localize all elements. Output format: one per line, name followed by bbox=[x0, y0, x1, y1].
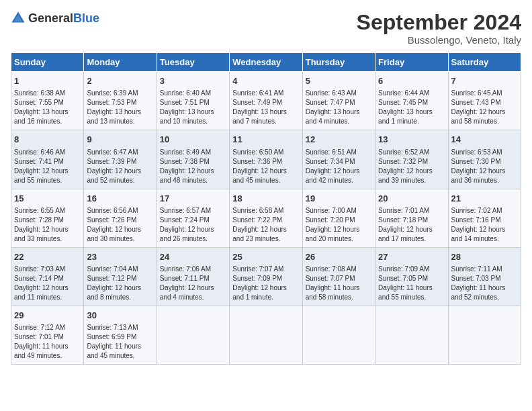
sunrise-text: Sunrise: 7:08 AM bbox=[306, 265, 357, 273]
sunrise-text: Sunrise: 7:02 AM bbox=[451, 207, 502, 214]
day-number: 3 bbox=[160, 75, 226, 87]
calendar-cell: 16Sunrise: 6:56 AMSunset: 7:26 PMDayligh… bbox=[84, 189, 157, 247]
day-of-week-header: Wednesday bbox=[230, 53, 302, 72]
daylight-text: Daylight: 13 hours and 16 minutes. bbox=[14, 108, 69, 125]
daylight-text: Daylight: 12 hours and 8 minutes. bbox=[87, 284, 141, 301]
calendar-cell: 10Sunrise: 6:49 AMSunset: 7:38 PMDayligh… bbox=[157, 130, 229, 189]
header-row: SundayMondayTuesdayWednesdayThursdayFrid… bbox=[11, 53, 521, 72]
sunset-text: Sunset: 7:09 PM bbox=[232, 275, 282, 282]
sunset-text: Sunset: 7:45 PM bbox=[378, 99, 428, 106]
sunset-text: Sunset: 7:47 PM bbox=[306, 99, 355, 106]
day-number: 12 bbox=[306, 134, 372, 146]
calendar-cell: 1Sunrise: 6:38 AMSunset: 7:55 PMDaylight… bbox=[11, 72, 84, 130]
calendar-cell: 28Sunrise: 7:11 AMSunset: 7:03 PMDayligh… bbox=[448, 247, 521, 306]
calendar-cell: 11Sunrise: 6:50 AMSunset: 7:36 PMDayligh… bbox=[230, 130, 302, 189]
sunset-text: Sunset: 7:41 PM bbox=[14, 158, 64, 165]
sunset-text: Sunset: 6:59 PM bbox=[87, 333, 136, 340]
daylight-text: Daylight: 12 hours and 48 minutes. bbox=[160, 167, 214, 184]
sunset-text: Sunset: 7:20 PM bbox=[306, 216, 355, 224]
day-of-week-header: Saturday bbox=[448, 53, 521, 72]
day-number: 16 bbox=[87, 193, 153, 205]
sunrise-text: Sunrise: 6:58 AM bbox=[232, 207, 283, 214]
sunset-text: Sunset: 7:24 PM bbox=[160, 216, 210, 224]
sunset-text: Sunset: 7:30 PM bbox=[451, 158, 501, 165]
calendar-cell: 23Sunrise: 7:04 AMSunset: 7:12 PMDayligh… bbox=[84, 247, 157, 306]
sunset-text: Sunset: 7:14 PM bbox=[14, 275, 64, 282]
daylight-text: Daylight: 13 hours and 13 minutes. bbox=[87, 108, 141, 125]
day-number: 2 bbox=[87, 75, 153, 87]
daylight-text: Daylight: 11 hours and 49 minutes. bbox=[14, 342, 69, 359]
calendar-cell: 29Sunrise: 7:12 AMSunset: 7:01 PMDayligh… bbox=[11, 306, 84, 364]
sunrise-text: Sunrise: 7:12 AM bbox=[14, 324, 65, 331]
day-number: 27 bbox=[378, 251, 445, 263]
sunrise-text: Sunrise: 6:45 AM bbox=[451, 89, 502, 97]
calendar-cell: 3Sunrise: 6:40 AMSunset: 7:51 PMDaylight… bbox=[157, 72, 229, 130]
calendar-cell bbox=[375, 306, 448, 364]
sunset-text: Sunset: 7:18 PM bbox=[378, 216, 428, 224]
sunrise-text: Sunrise: 6:55 AM bbox=[14, 207, 65, 214]
sunrise-text: Sunrise: 6:47 AM bbox=[87, 148, 138, 156]
calendar-cell bbox=[230, 306, 302, 364]
day-number: 4 bbox=[232, 75, 299, 87]
day-of-week-header: Tuesday bbox=[157, 53, 229, 72]
calendar-cell bbox=[157, 306, 229, 364]
calendar-cell: 14Sunrise: 6:53 AMSunset: 7:30 PMDayligh… bbox=[448, 130, 521, 189]
daylight-text: Daylight: 13 hours and 1 minute. bbox=[378, 108, 433, 125]
day-number: 24 bbox=[160, 251, 226, 263]
sunset-text: Sunset: 7:39 PM bbox=[87, 158, 136, 165]
day-number: 15 bbox=[14, 193, 81, 205]
calendar-cell bbox=[302, 306, 375, 364]
calendar-week-row: 29Sunrise: 7:12 AMSunset: 7:01 PMDayligh… bbox=[11, 306, 521, 364]
calendar-header: SundayMondayTuesdayWednesdayThursdayFrid… bbox=[11, 53, 521, 72]
daylight-text: Daylight: 12 hours and 55 minutes. bbox=[14, 167, 69, 184]
day-number: 20 bbox=[378, 193, 445, 205]
daylight-text: Daylight: 12 hours and 23 minutes. bbox=[232, 226, 287, 242]
calendar-cell: 22Sunrise: 7:03 AMSunset: 7:14 PMDayligh… bbox=[11, 247, 84, 306]
sunset-text: Sunset: 7:28 PM bbox=[14, 216, 64, 224]
sunset-text: Sunset: 7:36 PM bbox=[232, 158, 282, 165]
location-subtitle: Bussolengo, Veneto, Italy bbox=[357, 34, 521, 46]
daylight-text: Daylight: 11 hours and 45 minutes. bbox=[87, 342, 141, 359]
calendar-cell: 2Sunrise: 6:39 AMSunset: 7:53 PMDaylight… bbox=[84, 72, 157, 130]
calendar-cell: 12Sunrise: 6:51 AMSunset: 7:34 PMDayligh… bbox=[302, 130, 375, 189]
day-number: 6 bbox=[378, 75, 445, 87]
sunrise-text: Sunrise: 6:52 AM bbox=[378, 148, 429, 156]
sunrise-text: Sunrise: 6:40 AM bbox=[160, 89, 211, 97]
day-number: 5 bbox=[306, 75, 372, 87]
calendar-cell: 13Sunrise: 6:52 AMSunset: 7:32 PMDayligh… bbox=[375, 130, 448, 189]
daylight-text: Daylight: 11 hours and 58 minutes. bbox=[306, 284, 360, 301]
logo-icon bbox=[11, 11, 26, 26]
daylight-text: Daylight: 12 hours and 26 minutes. bbox=[160, 226, 214, 242]
calendar-body: 1Sunrise: 6:38 AMSunset: 7:55 PMDaylight… bbox=[11, 72, 521, 365]
daylight-text: Daylight: 12 hours and 30 minutes. bbox=[87, 226, 141, 242]
sunset-text: Sunset: 7:53 PM bbox=[87, 99, 136, 106]
calendar-cell: 24Sunrise: 7:06 AMSunset: 7:11 PMDayligh… bbox=[157, 247, 229, 306]
sunset-text: Sunset: 7:01 PM bbox=[14, 333, 64, 340]
sunrise-text: Sunrise: 7:06 AM bbox=[160, 265, 211, 273]
daylight-text: Daylight: 12 hours and 17 minutes. bbox=[378, 226, 433, 242]
sunset-text: Sunset: 7:49 PM bbox=[232, 99, 282, 106]
sunrise-text: Sunrise: 6:38 AM bbox=[14, 89, 65, 97]
calendar-cell: 15Sunrise: 6:55 AMSunset: 7:28 PMDayligh… bbox=[11, 189, 84, 247]
day-number: 22 bbox=[14, 251, 81, 263]
sunrise-text: Sunrise: 6:43 AM bbox=[306, 89, 357, 97]
sunrise-text: Sunrise: 7:11 AM bbox=[451, 265, 502, 273]
day-number: 17 bbox=[160, 193, 226, 205]
daylight-text: Daylight: 12 hours and 36 minutes. bbox=[451, 167, 506, 184]
sunset-text: Sunset: 7:16 PM bbox=[451, 216, 501, 224]
calendar-week-row: 1Sunrise: 6:38 AMSunset: 7:55 PMDaylight… bbox=[11, 72, 521, 130]
day-number: 23 bbox=[87, 251, 153, 263]
sunrise-text: Sunrise: 6:49 AM bbox=[160, 148, 211, 156]
calendar-cell: 26Sunrise: 7:08 AMSunset: 7:07 PMDayligh… bbox=[302, 247, 375, 306]
calendar-cell: 19Sunrise: 7:00 AMSunset: 7:20 PMDayligh… bbox=[302, 189, 375, 247]
day-number: 8 bbox=[14, 134, 81, 146]
sunset-text: Sunset: 7:22 PM bbox=[232, 216, 282, 224]
day-number: 9 bbox=[87, 134, 153, 146]
logo-text: GeneralBlue bbox=[28, 12, 99, 25]
sunset-text: Sunset: 7:38 PM bbox=[160, 158, 210, 165]
calendar-cell: 17Sunrise: 6:57 AMSunset: 7:24 PMDayligh… bbox=[157, 189, 229, 247]
daylight-text: Daylight: 12 hours and 4 minutes. bbox=[160, 284, 214, 301]
daylight-text: Daylight: 13 hours and 4 minutes. bbox=[306, 108, 360, 125]
month-year-title: September 2024 bbox=[357, 11, 521, 34]
calendar-week-row: 15Sunrise: 6:55 AMSunset: 7:28 PMDayligh… bbox=[11, 189, 521, 247]
